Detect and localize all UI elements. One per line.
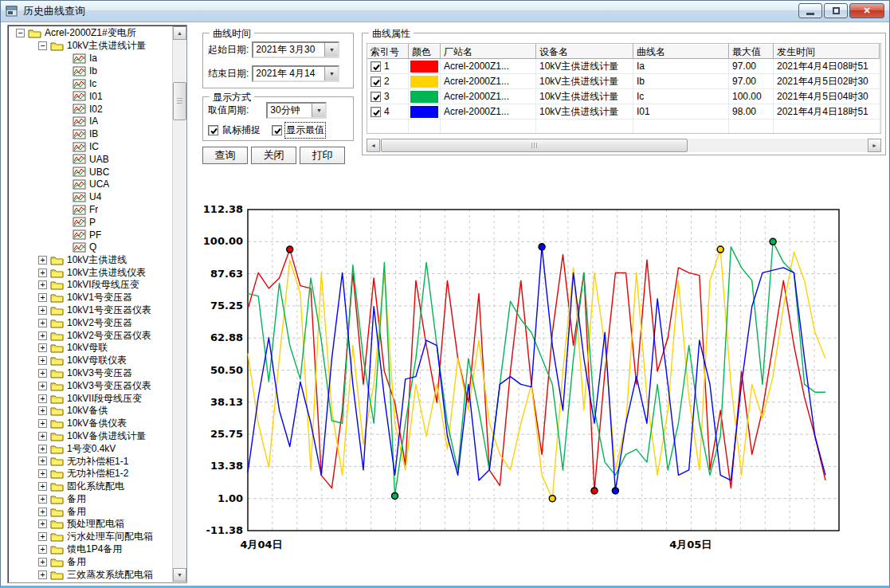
tree-item[interactable]: UAB — [10, 153, 171, 166]
tree-item[interactable]: +10kV主供进线仪表 — [10, 266, 171, 279]
tree-item[interactable]: Ia — [10, 53, 171, 65]
tree-item[interactable]: +污水处理车间配电箱 — [10, 531, 171, 543]
end-date-combobox[interactable]: 2021年 4月14 ▼ — [252, 65, 339, 82]
tree-item[interactable]: +10kV3号变压器仪表 — [10, 379, 171, 392]
expand-icon[interactable]: + — [38, 519, 47, 528]
tree-item[interactable]: +10kV备供进线计量 — [10, 430, 171, 443]
tree-item[interactable]: PF — [10, 229, 171, 241]
tree-item[interactable]: IA — [10, 116, 171, 128]
expand-icon[interactable]: + — [38, 508, 47, 516]
expand-icon[interactable]: + — [38, 469, 47, 478]
tree-item[interactable]: +10kVII段母线压变 — [10, 392, 171, 405]
expand-icon[interactable]: + — [38, 331, 47, 340]
tree-item[interactable]: UBC — [10, 166, 171, 178]
tree-item[interactable]: +10kV母联仪表 — [10, 355, 171, 367]
table-row[interactable]: 2Acrel-2000Z1...10kV主供进线计量Ib97.002021年4月… — [367, 74, 880, 89]
scroll-up-icon[interactable]: ▲ — [173, 26, 186, 40]
tree-scroll-thumb[interactable] — [173, 82, 186, 120]
expand-icon[interactable]: + — [38, 457, 47, 465]
tree-item[interactable]: −10kV主供进线计量 — [10, 40, 171, 53]
tree-item[interactable]: UCA — [10, 178, 171, 191]
tree-item[interactable]: +10kV备供 — [10, 405, 171, 417]
tree-item[interactable]: +1号变0.4kV — [10, 442, 171, 455]
expand-icon[interactable]: + — [38, 532, 47, 541]
table-scroll-thumb[interactable] — [381, 139, 688, 152]
start-date-combobox[interactable]: 2021年 3月30 ▼ — [252, 41, 339, 58]
expand-icon[interactable]: + — [38, 419, 47, 428]
tree-item[interactable]: +无功补偿柜1-2 — [10, 468, 171, 480]
expand-icon[interactable]: + — [38, 445, 47, 453]
tree-item[interactable]: +备用 — [10, 492, 171, 505]
expand-icon[interactable]: + — [38, 343, 47, 352]
tree-item[interactable]: +10kV备供仪表 — [10, 417, 171, 430]
tree-item[interactable]: +馈电1P4备用 — [10, 543, 171, 556]
close-button[interactable]: ✕ — [849, 3, 884, 18]
tree-item[interactable]: +10kV2号变压器 — [10, 316, 171, 329]
tree-item[interactable]: Q — [10, 241, 171, 254]
column-header[interactable]: 厂站名 — [441, 44, 536, 59]
expand-icon[interactable]: + — [38, 545, 47, 554]
expand-icon[interactable]: + — [38, 570, 47, 579]
scroll-right-icon[interactable]: ► — [868, 139, 881, 152]
tree-item[interactable]: +10kV2号变压器仪表 — [10, 329, 171, 342]
row-checkbox[interactable] — [371, 92, 381, 102]
tree-item[interactable]: −Acrel-2000Z1#变电所 — [10, 27, 171, 40]
history-curve-chart[interactable]: 112.38100.0087.6375.2562.8850.5038.1325.… — [192, 170, 890, 588]
period-combobox[interactable]: 30分钟 ▼ — [266, 102, 327, 119]
column-header[interactable]: 最大值 — [729, 44, 774, 59]
tree-vertical-scrollbar[interactable]: ▲ ▼ — [172, 26, 186, 582]
tree-item[interactable]: +10kV3号变压器 — [10, 367, 171, 380]
close-dialog-button[interactable]: 关闭 — [251, 147, 296, 164]
tree-item[interactable]: Ib — [10, 65, 171, 77]
column-header[interactable]: 索引号 — [367, 44, 409, 59]
tree-item[interactable]: I01 — [10, 90, 171, 103]
expand-icon[interactable]: + — [38, 382, 47, 390]
chevron-down-icon[interactable]: ▼ — [324, 43, 338, 57]
tree-item[interactable]: +10kVI段母线压变 — [10, 279, 171, 292]
tree-item[interactable]: +固化系统配电 — [10, 480, 171, 493]
mouse-capture-checkbox[interactable] — [208, 125, 218, 135]
restore-button[interactable] — [824, 3, 848, 18]
expand-icon[interactable]: + — [38, 432, 47, 441]
tree-item[interactable]: +预处理配电箱 — [10, 518, 171, 531]
scroll-left-icon[interactable]: ◄ — [367, 139, 380, 152]
tree-item[interactable]: +无功补偿柜1-1 — [10, 455, 171, 468]
query-button[interactable]: 查询 — [202, 147, 248, 164]
column-header[interactable]: 颜色 — [409, 44, 441, 59]
tree-item[interactable]: Fr — [10, 203, 171, 216]
expand-icon[interactable]: + — [38, 293, 47, 302]
chevron-down-icon[interactable]: ▼ — [324, 67, 338, 80]
expand-icon[interactable]: + — [38, 482, 47, 491]
expand-icon[interactable]: + — [38, 306, 47, 315]
collapse-icon[interactable]: − — [16, 29, 25, 37]
tree-item[interactable]: +备用 — [10, 505, 171, 518]
expand-icon[interactable]: + — [38, 319, 47, 327]
scroll-down-icon[interactable]: ▼ — [173, 568, 186, 582]
tree-item[interactable]: I02 — [10, 103, 171, 116]
column-header[interactable]: 发生时间 — [774, 44, 880, 59]
tree-item[interactable]: +三效蒸发系统配电箱 — [10, 568, 171, 581]
tree-item[interactable]: IC — [10, 140, 171, 153]
minimize-button[interactable] — [798, 3, 822, 18]
tree-item[interactable]: IB — [10, 127, 171, 140]
tree-item[interactable]: P — [10, 216, 171, 229]
expand-icon[interactable]: + — [38, 369, 47, 378]
expand-icon[interactable]: + — [38, 269, 47, 277]
tree-item[interactable]: +10kV1号变压器仪表 — [10, 304, 171, 317]
table-row[interactable]: 4Acrel-2000Z1...10kV主供进线计量I0198.002021年4… — [367, 104, 880, 120]
tree-item[interactable]: +备用 — [10, 555, 171, 568]
show-extremes-checkbox[interactable] — [272, 125, 282, 135]
column-header[interactable]: 曲线名 — [633, 44, 729, 59]
tree-item[interactable]: +10kV主供进线 — [10, 253, 171, 266]
row-checkbox[interactable] — [371, 76, 381, 87]
tree-item[interactable]: +10kV母联 — [10, 342, 171, 355]
expand-icon[interactable]: + — [38, 356, 47, 365]
expand-icon[interactable]: + — [38, 558, 47, 566]
expand-icon[interactable]: + — [38, 280, 47, 289]
table-row[interactable]: 3Acrel-2000Z1...10kV主供进线计量Ic100.002021年4… — [367, 89, 880, 104]
tree-item[interactable]: U4 — [10, 190, 171, 203]
chevron-down-icon[interactable]: ▼ — [312, 104, 325, 117]
expand-icon[interactable]: + — [38, 256, 47, 265]
table-row[interactable]: 1Acrel-2000Z1...10kV主供进线计量Ia97.002021年4月… — [367, 59, 880, 74]
print-button[interactable]: 打印 — [300, 147, 345, 164]
